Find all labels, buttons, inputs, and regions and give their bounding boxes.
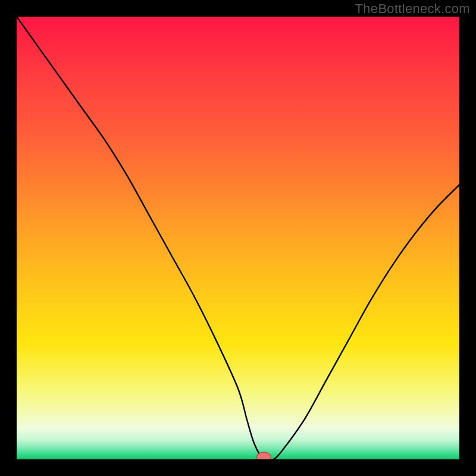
- plot-area: [17, 17, 459, 459]
- chart-svg: [17, 17, 459, 459]
- gradient-background: [17, 17, 459, 459]
- optimal-point-marker: [256, 452, 271, 459]
- watermark-text: TheBottleneck.com: [355, 1, 470, 17]
- chart-frame: TheBottleneck.com: [0, 0, 476, 476]
